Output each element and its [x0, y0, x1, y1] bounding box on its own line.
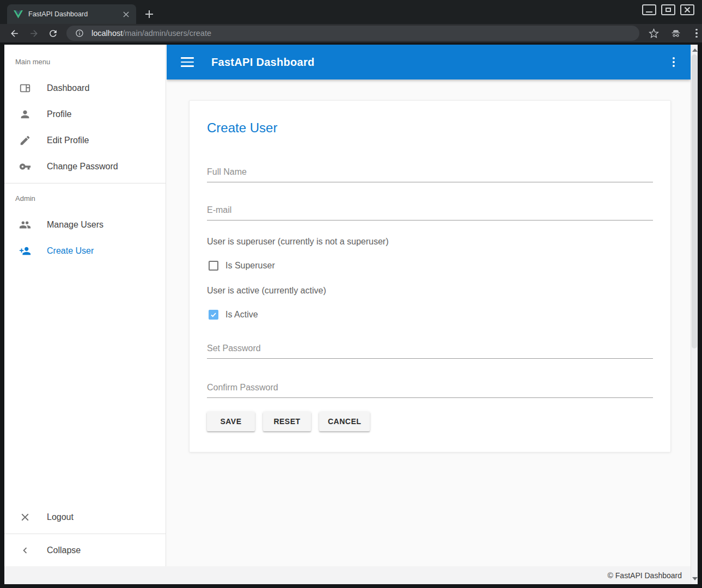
sidebar-bottom: Logout Collapse	[4, 504, 166, 564]
page-title: Create User	[207, 119, 653, 137]
minimize-icon	[646, 11, 652, 13]
bookmark-button[interactable]	[647, 27, 660, 40]
dashboard-icon	[19, 82, 32, 95]
copyright-text: © FastAPI Dashboard	[608, 571, 682, 580]
browser-toolbar: localhost/main/admin/users/create	[0, 24, 702, 42]
incognito-icon	[669, 27, 682, 40]
hamburger-icon	[181, 57, 194, 59]
sidebar-admin-items: Manage Users Create User	[4, 210, 166, 264]
email-input[interactable]	[207, 203, 653, 220]
confirm-password-field	[207, 381, 653, 398]
arrow-right-icon	[29, 28, 39, 39]
full-name-input[interactable]	[207, 165, 653, 182]
sidebar-divider	[4, 534, 166, 534]
close-icon	[19, 511, 32, 524]
scroll-up-arrow-icon[interactable]	[692, 48, 698, 52]
sidebar-item-manage-users[interactable]: Manage Users	[4, 212, 166, 238]
sidebar-item-dashboard[interactable]: Dashboard	[4, 75, 166, 101]
scrollbar-thumb[interactable]	[692, 54, 697, 348]
sidebar: Main menu Dashboard Profile	[4, 45, 166, 566]
person-add-icon	[19, 244, 32, 258]
reload-icon	[48, 28, 58, 39]
sidebar-item-label: Dashboard	[47, 83, 89, 93]
check-icon	[210, 311, 217, 318]
save-button[interactable]: SAVE	[207, 412, 255, 431]
pencil-icon	[19, 134, 32, 147]
sidebar-item-logout[interactable]: Logout	[4, 504, 166, 530]
sidebar-item-label: Profile	[47, 109, 71, 119]
url-path: /main/admin/users/create	[123, 29, 211, 38]
sidebar-item-label: Collapse	[47, 546, 81, 555]
sidebar-main-items: Dashboard Profile Edit Profile	[4, 73, 166, 180]
close-icon	[684, 7, 691, 13]
active-checkbox[interactable]	[209, 310, 218, 320]
active-hint: User is active (currently active)	[207, 286, 653, 296]
reset-button[interactable]: RESET	[263, 412, 311, 431]
minimize-button[interactable]	[642, 4, 656, 15]
tab-title: FastAPI Dashboard	[28, 10, 121, 18]
window-controls	[642, 4, 694, 15]
arrow-left-icon	[9, 28, 20, 39]
address-bar[interactable]: localhost/main/admin/users/create	[66, 26, 639, 41]
vue-logo-icon	[14, 10, 23, 19]
chevron-left-icon	[19, 544, 32, 557]
kebab-menu-icon	[673, 57, 675, 59]
star-icon	[649, 28, 659, 39]
email-field	[207, 203, 653, 220]
people-icon	[19, 218, 32, 231]
page-viewport: Main menu Dashboard Profile	[4, 45, 698, 584]
sidebar-section-main-menu: Main menu	[4, 50, 166, 73]
appbar-title: FastAPI Dashboard	[211, 56, 315, 69]
sidebar-item-label: Manage Users	[47, 220, 103, 230]
toolbar-right	[647, 27, 701, 40]
new-tab-button[interactable]	[143, 8, 156, 21]
url-text: localhost/main/admin/users/create	[91, 29, 211, 38]
confirm-password-input[interactable]	[207, 381, 653, 398]
form-actions: SAVE RESET CANCEL	[207, 412, 653, 431]
superuser-hint: User is superuser (currently is not a su…	[207, 237, 653, 247]
superuser-checkbox-row[interactable]: Is Superuser	[207, 261, 653, 271]
browser-titlebar: FastAPI Dashboard	[0, 0, 702, 24]
sidebar-item-change-password[interactable]: Change Password	[4, 154, 166, 180]
active-checkbox-label: Is Active	[225, 310, 258, 320]
sidebar-item-label: Change Password	[47, 162, 118, 171]
set-password-input[interactable]	[207, 341, 653, 359]
url-host: localhost	[91, 29, 123, 38]
sidebar-item-collapse[interactable]: Collapse	[4, 537, 166, 564]
sidebar-item-profile[interactable]: Profile	[4, 101, 166, 127]
full-name-field	[207, 165, 653, 182]
sidebar-item-label: Edit Profile	[47, 136, 89, 145]
superuser-checkbox[interactable]	[209, 261, 218, 271]
sidebar-item-label: Logout	[47, 512, 74, 522]
sidebar-item-create-user[interactable]: Create User	[4, 238, 166, 264]
sidebar-section-admin: Admin	[4, 187, 166, 210]
sidebar-item-label: Create User	[47, 246, 94, 256]
browser-menu-button[interactable]	[692, 29, 701, 38]
info-icon	[75, 29, 84, 38]
key-icon	[19, 160, 32, 173]
hamburger-menu-button[interactable]	[181, 57, 194, 67]
page-info-button[interactable]	[73, 27, 86, 40]
scroll-down-arrow-icon[interactable]	[692, 577, 698, 580]
appbar: FastAPI Dashboard	[167, 45, 691, 79]
sidebar-item-edit-profile[interactable]: Edit Profile	[4, 127, 166, 154]
cancel-button[interactable]: CANCEL	[319, 412, 370, 431]
person-icon	[19, 108, 32, 121]
tab-close-icon[interactable]	[121, 9, 131, 19]
reload-button[interactable]	[46, 27, 59, 40]
sidebar-divider	[4, 183, 166, 183]
appbar-menu-button[interactable]	[669, 57, 679, 67]
page-footer: © FastAPI Dashboard	[4, 566, 691, 584]
browser-window: FastAPI Dashboard	[0, 0, 702, 588]
page-scrollbar[interactable]	[691, 45, 698, 584]
main-content: FastAPI Dashboard Create User User is su…	[167, 45, 691, 566]
back-button[interactable]	[8, 27, 21, 40]
browser-tab[interactable]: FastAPI Dashboard	[7, 4, 136, 24]
create-user-card: Create User User is superuser (currently…	[189, 100, 671, 452]
forward-button[interactable]	[27, 27, 40, 40]
maximize-button[interactable]	[661, 4, 675, 15]
close-window-button[interactable]	[680, 4, 694, 15]
active-checkbox-row[interactable]: Is Active	[207, 310, 653, 320]
kebab-menu-icon	[695, 29, 698, 31]
maximize-icon	[666, 8, 671, 12]
